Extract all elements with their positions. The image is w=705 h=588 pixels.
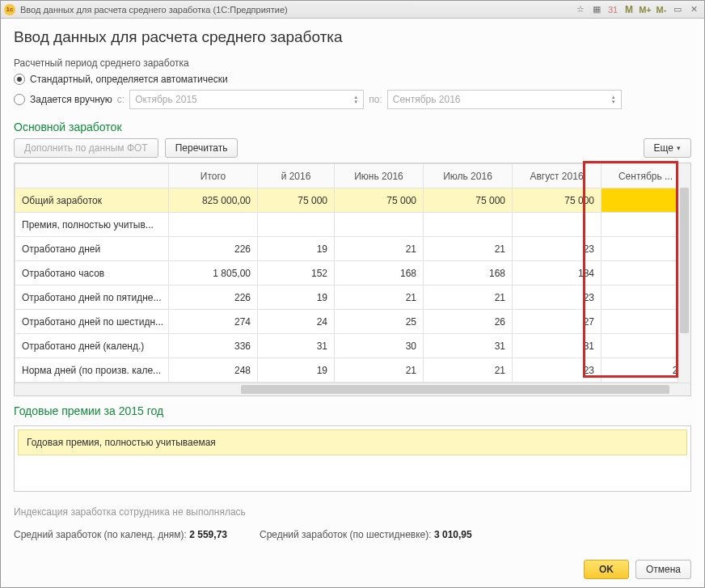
ok-button[interactable]: OK (584, 560, 629, 579)
m-plus-button[interactable]: M+ (638, 3, 652, 16)
cell[interactable]: 168 (335, 261, 424, 286)
avg-calendar-value: 2 559,73 (189, 529, 227, 540)
table-row[interactable]: Норма дней (по произв. кале...2481921212… (15, 358, 690, 383)
cell[interactable]: 26 (424, 310, 513, 334)
cell[interactable] (602, 310, 690, 334)
cell[interactable] (602, 188, 690, 213)
cancel-button[interactable]: Отмена (635, 560, 691, 579)
to-label: по: (369, 94, 382, 105)
cell[interactable]: 152 (258, 261, 335, 286)
cell[interactable]: 27 (513, 310, 602, 334)
cell[interactable]: 75 000 (258, 188, 335, 213)
m-minus-button[interactable]: M- (654, 3, 669, 16)
table-row[interactable]: Отработано дней по шестидн...27424252627 (15, 310, 690, 334)
table-row[interactable]: Отработано часов1 805,00152168168184 (15, 261, 690, 286)
more-button[interactable]: Еще (644, 138, 691, 158)
cell[interactable] (513, 213, 602, 237)
cell[interactable]: 21 (424, 358, 513, 383)
horizontal-scrollbar[interactable] (15, 383, 690, 396)
date-from-field[interactable]: Октябрь 2015 ▲▼ (129, 90, 364, 109)
col-jun[interactable]: Июнь 2016 (335, 164, 424, 188)
cell[interactable]: 23 (513, 358, 602, 383)
cell[interactable] (602, 261, 690, 286)
earnings-table-wrap: Итого й 2016 Июнь 2016 Июль 2016 Август … (14, 163, 691, 396)
cell[interactable]: 226 (169, 237, 258, 261)
cell[interactable]: 21 (424, 286, 513, 310)
cell[interactable]: 23 (513, 237, 602, 261)
cell[interactable] (602, 213, 690, 237)
vscroll-thumb[interactable] (680, 188, 689, 333)
radio-standard-row[interactable]: Стандартный, определяется автоматически (14, 74, 691, 85)
cell[interactable]: 31 (513, 334, 602, 358)
cell[interactable]: 21 (424, 237, 513, 261)
cell[interactable]: 168 (424, 261, 513, 286)
cell[interactable]: 1 805,00 (169, 261, 258, 286)
cell[interactable]: 75 000 (424, 188, 513, 213)
col-aug[interactable]: Август 2016 (513, 164, 602, 188)
cell[interactable]: 21 (335, 358, 424, 383)
cell[interactable]: 184 (513, 261, 602, 286)
date-from-spinner[interactable]: ▲▼ (353, 95, 358, 104)
cell[interactable]: 75 000 (513, 188, 602, 213)
table-row[interactable]: Премия, полностью учитыв... (15, 213, 690, 237)
spinner-down-icon[interactable]: ▼ (353, 99, 358, 104)
col-total[interactable]: Итого (169, 164, 258, 188)
table-row[interactable]: Общий заработок825 000,0075 00075 00075 … (15, 188, 690, 213)
radio-manual-label: Задается вручную (30, 94, 112, 105)
cell[interactable]: 336 (169, 334, 258, 358)
col-sep[interactable]: Сентябрь ... (602, 164, 690, 188)
cell[interactable]: 30 (335, 334, 424, 358)
cell[interactable]: 274 (169, 310, 258, 334)
cell[interactable]: 21 (335, 237, 424, 261)
m-button[interactable]: M (622, 3, 636, 16)
cell[interactable]: 24 (258, 310, 335, 334)
earnings-table[interactable]: Итого й 2016 Июнь 2016 Июль 2016 Август … (15, 163, 690, 383)
cell[interactable] (335, 213, 424, 237)
fill-fot-button[interactable]: Дополнить по данным ФОТ (14, 138, 158, 158)
cell[interactable] (258, 213, 335, 237)
radio-manual[interactable] (14, 94, 25, 105)
col-jul[interactable]: Июль 2016 (424, 164, 513, 188)
cell[interactable] (602, 334, 690, 358)
cell[interactable]: 248 (169, 358, 258, 383)
cell[interactable] (169, 213, 258, 237)
table-row[interactable]: Отработано дней22619212123 (15, 237, 690, 261)
calc-icon[interactable]: ▦ (589, 3, 604, 16)
cell[interactable]: 31 (258, 334, 335, 358)
from-label: с: (117, 94, 125, 105)
close-icon[interactable]: ✕ (686, 3, 701, 16)
cell[interactable]: 19 (258, 286, 335, 310)
cell[interactable]: 226 (169, 286, 258, 310)
favorite-icon[interactable]: ☆ (573, 3, 588, 16)
cell[interactable]: 19 (258, 237, 335, 261)
cell[interactable]: 825 000,00 (169, 188, 258, 213)
date-to-spinner[interactable]: ▲▼ (611, 95, 616, 104)
spinner-down-icon[interactable]: ▼ (611, 99, 616, 104)
earnings-header: Основной заработок (14, 121, 691, 133)
cell[interactable]: 25 (335, 310, 424, 334)
bonus-header: Годовые премии за 2015 год (14, 404, 691, 417)
col-label (15, 164, 169, 188)
cell[interactable]: 22 (602, 358, 690, 383)
cell[interactable]: 75 000 (335, 188, 424, 213)
maximize-icon[interactable]: ▭ (670, 3, 685, 16)
cell[interactable] (602, 237, 690, 261)
cell[interactable]: 21 (335, 286, 424, 310)
calendar-icon[interactable]: 31 (606, 3, 620, 16)
date-to-field[interactable]: Сентябрь 2016 ▲▼ (387, 90, 622, 109)
cell[interactable]: 31 (424, 334, 513, 358)
cell[interactable]: 19 (258, 358, 335, 383)
table-row[interactable]: Отработано дней по пятидне...22619212123 (15, 286, 690, 310)
bonus-table[interactable]: Годовая премия, полностью учитываемая (14, 425, 691, 492)
radio-standard[interactable] (14, 74, 25, 85)
bonus-row-label: Годовая премия, полностью учитываемая (27, 437, 216, 448)
hscroll-thumb[interactable] (241, 385, 669, 394)
bonus-row[interactable]: Годовая премия, полностью учитываемая (18, 429, 687, 455)
cell[interactable] (424, 213, 513, 237)
vertical-scrollbar[interactable] (678, 163, 690, 383)
col-may[interactable]: й 2016 (258, 164, 335, 188)
cell[interactable]: 23 (513, 286, 602, 310)
recalc-button[interactable]: Перечитать (165, 138, 239, 158)
table-row[interactable]: Отработано дней (календ.)33631303131 (15, 334, 690, 358)
cell[interactable] (602, 286, 690, 310)
